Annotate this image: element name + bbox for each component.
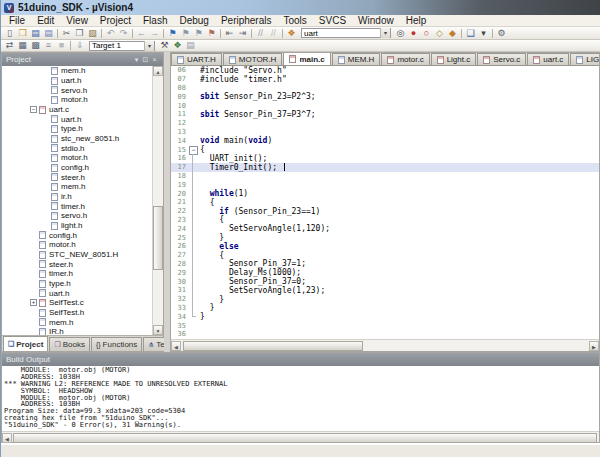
current-window-icon[interactable]: ❑ (464, 28, 477, 39)
scroll-right-icon[interactable]: ▶ (589, 341, 599, 351)
manage-runtime-icon[interactable]: ▤ (184, 40, 197, 51)
menu-item-help[interactable]: Help (400, 15, 433, 27)
editor-tab-servo.c[interactable]: Servo.c (477, 53, 526, 65)
tree-item[interactable]: light.h (2, 221, 152, 231)
code-line[interactable]: 06#include "Servo.h" (171, 66, 599, 75)
tree-item[interactable]: stdio.h (2, 143, 152, 153)
editor-tab-main.c[interactable]: main.c (283, 53, 330, 65)
editor-hscrollbar[interactable]: ◀ ▶ (171, 339, 599, 351)
code-line[interactable]: 12 (171, 119, 599, 128)
code-line[interactable]: 35 (171, 321, 599, 330)
tree-item[interactable]: steer.h (2, 172, 152, 182)
scroll-down-icon[interactable]: ▼ (153, 325, 163, 335)
search-combo[interactable]: ▾ (301, 28, 391, 38)
window-dropdown-icon[interactable]: ▾ (477, 28, 490, 39)
stop-build-icon[interactable]: ■ (55, 40, 68, 51)
file-extensions-icon[interactable]: ❖ (171, 40, 184, 51)
target-select[interactable]: Target 1 ▾ (89, 41, 155, 51)
editor-tab-motor.h[interactable]: MOTOR.H (223, 53, 283, 65)
code-line[interactable]: 19 (171, 180, 599, 189)
menu-item-file[interactable]: File (3, 15, 31, 27)
uncomment-icon[interactable]: // (267, 28, 280, 39)
save-icon[interactable]: ▤ (29, 28, 42, 39)
editor-tab-light.h[interactable]: LIGHT.H (570, 53, 599, 65)
code-area[interactable]: 06#include "Servo.h"07#include "timer.h"… (171, 66, 599, 339)
scroll-left-icon[interactable]: ◀ (2, 433, 12, 443)
code-line[interactable]: 25 } (171, 233, 599, 242)
find-icon[interactable]: ◎ (394, 28, 407, 39)
code-line[interactable]: 20 while(1) (171, 189, 599, 198)
tree-item[interactable]: uart.h (2, 288, 152, 298)
bookmark-clear-icon[interactable]: ⚑ (205, 28, 218, 39)
expander-minus-icon[interactable]: − (30, 106, 37, 113)
paste-icon[interactable]: ▨ (86, 28, 99, 39)
tree-item[interactable]: motor.h (2, 153, 152, 163)
build-output-line[interactable]: *** WARNING L2: REFERENCE MADE TO UNRESO… (4, 381, 599, 388)
bookmark-icon[interactable]: ⚑ (166, 28, 179, 39)
tree-item[interactable]: STC_NEW_8051.H (2, 250, 152, 260)
scroll-thumb[interactable] (153, 206, 163, 270)
tree-item[interactable]: −uart.c (2, 105, 152, 115)
code-line[interactable]: 33 } (171, 304, 599, 313)
tree-item[interactable]: servo.h (2, 85, 152, 95)
code-line[interactable]: 17 Timer0_Init(); (171, 163, 599, 172)
code-line[interactable]: 10 (171, 101, 599, 110)
disable-breakpoint-icon[interactable]: ○ (420, 28, 433, 39)
configure-icon[interactable]: ⚙ (495, 28, 508, 39)
cut-icon[interactable]: ✂ (60, 28, 73, 39)
tree-item[interactable]: motor.h (2, 95, 152, 105)
code-line[interactable]: 29 Delay_Ms(1000); (171, 268, 599, 277)
bookmark-next-icon[interactable]: ⚑ (192, 28, 205, 39)
code-line[interactable]: 26 else (171, 242, 599, 251)
save-all-icon[interactable]: ▤ (42, 28, 55, 39)
code-line[interactable]: 36 (171, 330, 599, 339)
expander-plus-icon[interactable]: + (30, 299, 37, 306)
menu-item-edit[interactable]: Edit (31, 15, 60, 27)
target-dropdown-icon[interactable]: ▾ (144, 41, 154, 51)
undo-icon[interactable]: ↶ (104, 28, 117, 39)
code-line[interactable]: 32 } (171, 295, 599, 304)
menu-item-tools[interactable]: Tools (278, 15, 313, 27)
nav-forward-icon[interactable]: → (148, 28, 161, 39)
menu-item-svcs[interactable]: SVCS (313, 15, 352, 27)
scroll-left-icon[interactable]: ◀ (171, 341, 181, 351)
redo-icon[interactable]: ↷ (117, 28, 130, 39)
menu-item-debug[interactable]: Debug (173, 15, 214, 27)
build-icon[interactable]: ▦ (16, 40, 29, 51)
project-tree-scrollbar[interactable]: ▲ ▼ (152, 66, 163, 335)
tree-item[interactable]: type.h (2, 279, 152, 289)
build-output-line[interactable]: MODULE: motor.obj (MOTOR) (4, 367, 599, 374)
panel-tab-project[interactable]: ❑Project (3, 336, 48, 351)
close-icon[interactable]: × (150, 56, 159, 64)
menu-item-flash[interactable]: Flash (137, 15, 173, 27)
code-line[interactable]: 23 { (171, 216, 599, 225)
copy-icon[interactable]: ❐ (73, 28, 86, 39)
build-output-hscrollbar[interactable]: ◀ (2, 431, 599, 442)
code-line[interactable]: 07#include "timer.h" (171, 75, 599, 84)
tree-item[interactable]: ir.h (2, 192, 152, 202)
code-line[interactable]: 31 SetServoAngle(1,23); (171, 286, 599, 295)
kill-breakpoints-icon[interactable]: ◇ (433, 28, 446, 39)
open-folder-icon[interactable]: ❒ (16, 28, 29, 39)
code-line[interactable]: 16 UART_init(); (171, 154, 599, 163)
translate-icon[interactable]: ⇄ (3, 40, 16, 51)
code-line[interactable]: 28 Sensor_Pin_37=1; (171, 260, 599, 269)
bookmark-prev-icon[interactable]: ⚑ (179, 28, 192, 39)
new-file-icon[interactable]: ▯ (3, 28, 16, 39)
unindent-icon[interactable]: ⇤ (223, 28, 236, 39)
editor-tab-light.c[interactable]: Light.c (431, 53, 477, 65)
panel-tab-functions[interactable]: {}Functions (91, 337, 142, 351)
code-line[interactable]: 15{ (171, 145, 599, 154)
code-line[interactable]: 34} (171, 312, 599, 321)
menu-item-peripherals[interactable]: Peripherals (215, 15, 278, 27)
code-line[interactable]: 24 SetServoAngle(1,120); (171, 224, 599, 233)
pin-icon[interactable]: ⊡ (141, 56, 150, 64)
menu-item-project[interactable]: Project (94, 15, 137, 27)
build-output-line[interactable]: MODULE: motor.obj (MOTOR) (4, 395, 599, 402)
tree-item[interactable]: type.h (2, 124, 152, 134)
title-bar[interactable]: V 51duino_SDK - µVision4 (1, 0, 600, 15)
enable-breakpoints-icon[interactable]: ◆ (446, 28, 459, 39)
find-in-files-icon[interactable]: ❖ (285, 28, 298, 39)
tree-item[interactable]: config.h (2, 163, 152, 173)
code-line[interactable]: 27 { (171, 251, 599, 260)
